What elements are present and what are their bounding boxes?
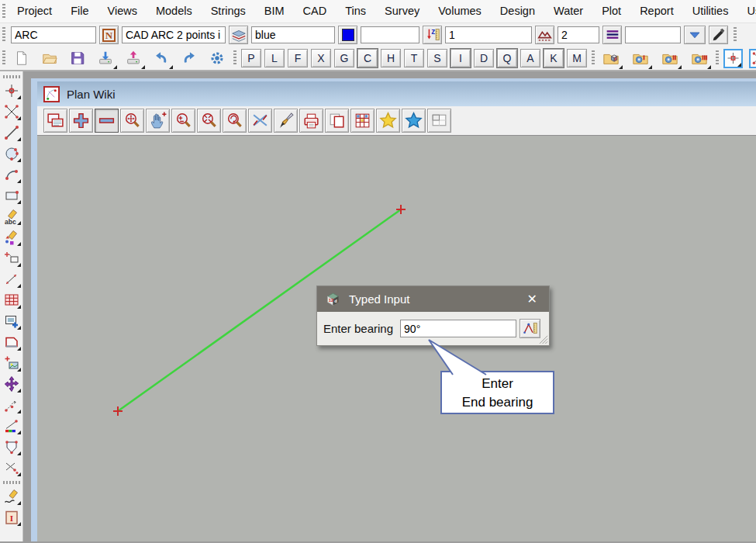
menu-utilities[interactable]: Utilities <box>683 0 738 22</box>
eyedropper-button[interactable] <box>709 26 728 44</box>
angle-entry-button[interactable] <box>520 319 540 338</box>
height-input[interactable] <box>361 26 419 43</box>
strings-tool[interactable] <box>2 102 22 122</box>
save-button[interactable] <box>66 47 89 69</box>
menubar-grip[interactable] <box>2 4 5 19</box>
menu-report[interactable]: Report <box>630 0 683 22</box>
letter-button-g[interactable]: G <box>334 49 354 67</box>
zoom-dynamic-button[interactable] <box>171 109 195 133</box>
sheet-layout-button[interactable] <box>350 109 375 133</box>
letter-button-k[interactable]: K <box>544 49 564 67</box>
folder-gear-3-button[interactable] <box>688 47 711 69</box>
export-button[interactable] <box>122 47 145 69</box>
linestyle-select-button[interactable] <box>602 26 622 44</box>
freehand-tool[interactable] <box>2 486 22 507</box>
function-input[interactable] <box>122 26 226 43</box>
favourites-yellow-button[interactable] <box>376 109 400 133</box>
menu-volumes[interactable]: Volumes <box>429 0 491 22</box>
view-new-tool[interactable] <box>2 311 22 331</box>
snap-point-button[interactable] <box>723 49 743 68</box>
plot-button[interactable] <box>299 109 323 133</box>
colour-strings-tool[interactable] <box>2 416 22 436</box>
resize-grip[interactable] <box>538 334 548 344</box>
bearing-entry-tool[interactable] <box>2 395 22 415</box>
copy-view-button[interactable] <box>325 109 349 133</box>
letter-button-s[interactable]: S <box>427 49 447 67</box>
open-button[interactable] <box>38 47 61 69</box>
create-arc-tool[interactable] <box>2 164 22 185</box>
refresh-button[interactable] <box>248 109 272 133</box>
menu-models[interactable]: Models <box>147 0 202 22</box>
letter-button-d[interactable]: D <box>474 49 494 67</box>
toolbar2-grip[interactable] <box>2 50 5 66</box>
zoom-out-button[interactable] <box>95 109 119 133</box>
menu-project[interactable]: Project <box>8 0 61 22</box>
tin-select-button[interactable] <box>535 26 554 44</box>
snap-cross-button[interactable] <box>749 49 756 68</box>
menu-user[interactable]: User <box>737 0 756 22</box>
menu-strings[interactable]: Strings <box>202 0 255 22</box>
colour-input[interactable] <box>251 26 335 43</box>
tin-input[interactable] <box>445 26 532 43</box>
zoom-extents-button[interactable] <box>120 109 144 133</box>
dialog-titlebar[interactable]: 12 d Typed Input ✕ <box>317 286 549 312</box>
toolbar1-end-grip[interactable] <box>734 27 737 43</box>
letter-button-h[interactable]: H <box>381 49 401 67</box>
grid-table-tool[interactable] <box>2 290 22 310</box>
letter-button-q[interactable]: Q <box>497 49 517 67</box>
create-text-tool[interactable]: abc <box>2 206 22 227</box>
create-symbol-tool[interactable] <box>2 227 22 247</box>
folders-grip[interactable] <box>592 50 595 66</box>
new-document-button[interactable] <box>10 47 33 69</box>
letter-button-c[interactable]: C <box>357 49 378 67</box>
name-picker-button[interactable]: N <box>99 26 119 44</box>
side-toolbar-grip[interactable] <box>3 75 20 78</box>
pan-button[interactable] <box>146 109 170 133</box>
redo-button[interactable] <box>178 47 201 69</box>
folder-cube-button[interactable] <box>599 47 623 69</box>
letters-grip[interactable] <box>233 50 236 66</box>
polygon-tool[interactable] <box>2 332 22 352</box>
zoom-previous-button[interactable] <box>223 109 247 133</box>
menu-water[interactable]: Water <box>544 0 592 22</box>
colour-swatch-button[interactable] <box>338 26 357 44</box>
menu-design[interactable]: Design <box>491 0 544 22</box>
linestyle-input[interactable] <box>558 26 599 43</box>
settings-button[interactable] <box>205 47 229 69</box>
import-button[interactable] <box>94 47 117 69</box>
measure-tool[interactable] <box>2 269 22 289</box>
brush-button[interactable] <box>274 109 298 133</box>
pick-dropdown-button[interactable] <box>684 26 706 44</box>
create-circle-tool[interactable] <box>2 144 22 164</box>
snaps-grip[interactable] <box>716 50 719 66</box>
menu-file[interactable]: File <box>61 0 98 22</box>
close-icon[interactable]: ✕ <box>523 292 541 306</box>
name-input[interactable] <box>11 26 96 43</box>
window-layout-button[interactable] <box>427 109 451 133</box>
move-tool[interactable] <box>2 374 22 394</box>
zoom-shrink-button[interactable] <box>197 109 221 133</box>
pick-input[interactable] <box>625 26 681 43</box>
create-point-tool[interactable] <box>2 81 22 101</box>
letter-button-x[interactable]: X <box>311 49 331 67</box>
zoom-in-button[interactable] <box>69 109 93 133</box>
letter-button-a[interactable]: A <box>520 49 540 67</box>
menu-survey[interactable]: Survey <box>375 0 429 22</box>
create-rectangle-tool[interactable] <box>2 185 22 206</box>
view-menu-button[interactable] <box>43 109 67 133</box>
letter-button-f[interactable]: F <box>288 49 308 67</box>
letter-button-i[interactable]: I <box>450 49 471 67</box>
create-line-tool[interactable] <box>2 123 22 143</box>
letter-button-t[interactable]: T <box>404 49 424 67</box>
z-value-button[interactable]: z <box>423 26 442 44</box>
image-insert-tool[interactable] <box>2 353 22 373</box>
letter-button-p[interactable]: P <box>241 49 261 67</box>
menu-bim[interactable]: BIM <box>255 0 294 22</box>
folder-gear-1-button[interactable] <box>629 47 652 69</box>
letter-button-l[interactable]: L <box>264 49 285 67</box>
letter-button-m[interactable]: M <box>567 49 587 67</box>
undo-button[interactable] <box>150 47 173 69</box>
delete-point-tool[interactable] <box>2 458 22 478</box>
toolbar1-grip[interactable] <box>2 27 5 43</box>
menu-tins[interactable]: Tins <box>336 0 375 22</box>
